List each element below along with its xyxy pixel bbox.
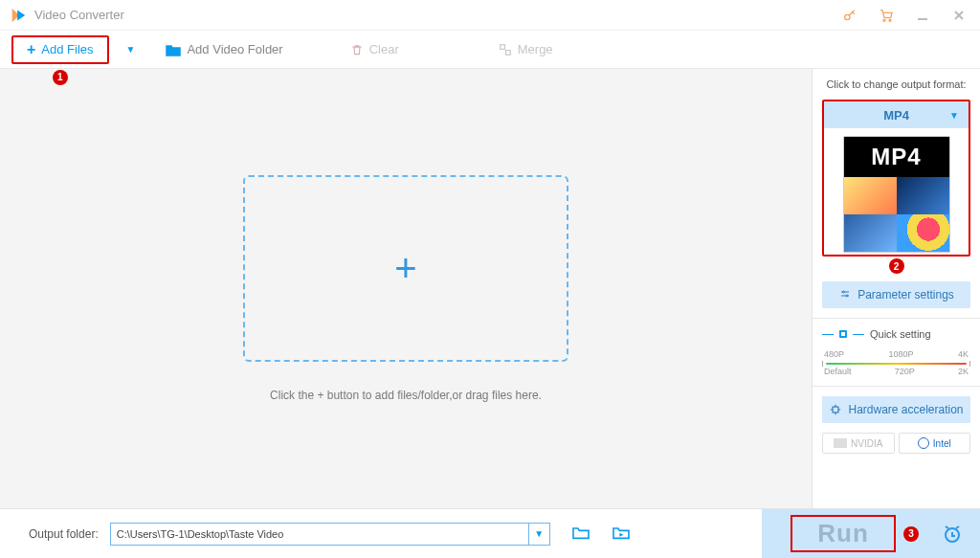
add-folder-label: Add Video Folder <box>187 42 282 56</box>
sliders-icon <box>838 289 852 301</box>
output-folder-label: Output folder: <box>29 527 99 541</box>
drop-canvas: + Click the + button to add files/folder… <box>0 69 812 508</box>
tick: 720P <box>895 367 915 376</box>
open-output-icon[interactable] <box>612 525 631 543</box>
quick-setting-label: Quick setting <box>870 328 931 340</box>
add-files-button[interactable]: + Add Files <box>11 35 109 64</box>
close-button[interactable] <box>947 4 970 27</box>
folder-dropdown[interactable]: ▼ <box>528 524 549 545</box>
clear-button[interactable]: Clear <box>341 35 409 64</box>
cart-icon[interactable] <box>875 4 898 27</box>
output-format-label: MP4 <box>883 108 909 123</box>
parameter-settings-label: Parameter settings <box>858 288 954 301</box>
svg-point-3 <box>883 19 885 21</box>
add-files-dropdown[interactable]: ▼ <box>126 44 136 55</box>
format-thumb-tag: MP4 <box>844 137 949 177</box>
chip-icon <box>829 403 842 416</box>
output-format-selector[interactable]: MP4 ▼ MP4 <box>822 100 970 257</box>
output-folder-input[interactable] <box>111 524 528 545</box>
svg-rect-15 <box>834 407 839 413</box>
add-folder-button[interactable]: Add Video Folder <box>156 35 292 64</box>
run-button[interactable]: Run 3 <box>762 509 924 559</box>
run-label: Run <box>817 519 869 547</box>
clear-label: Clear <box>369 42 399 56</box>
nvidia-icon <box>834 438 847 448</box>
toolbar: + Add Files 1 ▼ Add Video Folder Clear M… <box>0 31 980 69</box>
annotation-2: 2 <box>889 258 904 274</box>
trash-icon <box>350 43 364 56</box>
schedule-button[interactable] <box>924 509 980 559</box>
folder-video-icon <box>166 43 181 56</box>
intel-label: Intel <box>933 438 951 449</box>
merge-icon <box>499 43 512 56</box>
svg-rect-10 <box>505 50 510 55</box>
open-folder-button[interactable] <box>571 525 590 543</box>
key-icon[interactable] <box>838 4 861 27</box>
tick: 480P <box>824 349 844 359</box>
chevron-down-icon: ▼ <box>949 110 959 121</box>
tick: 4K <box>958 349 969 359</box>
minimize-button[interactable] <box>911 4 934 27</box>
quality-slider[interactable]: 480P 1080P 4K Default 720P 2K <box>822 349 970 376</box>
svg-rect-9 <box>501 44 505 49</box>
side-header: Click to change output format: <box>822 78 970 90</box>
tick: 2K <box>958 367 969 376</box>
dropzone[interactable]: + <box>243 175 568 362</box>
tick: 1080P <box>888 349 913 359</box>
big-plus-icon: + <box>394 247 416 290</box>
svg-point-4 <box>889 19 891 21</box>
titlebar: Video Converter <box>0 0 980 31</box>
svg-marker-16 <box>619 533 623 537</box>
annotation-3: 3 <box>903 526 919 542</box>
hardware-accel-label: Hardware acceleration <box>848 403 963 416</box>
parameter-settings-button[interactable]: Parameter settings <box>822 281 970 308</box>
merge-button[interactable]: Merge <box>489 35 563 64</box>
dropzone-hint: Click the + button to add files/folder,o… <box>270 389 542 402</box>
format-thumbnail: MP4 <box>843 136 950 253</box>
bottom-bar: Output folder: ▼ Run 3 <box>0 508 980 558</box>
nvidia-label: NVIDIA <box>851 438 882 449</box>
hardware-accel-button[interactable]: Hardware acceleration <box>822 396 970 423</box>
output-folder-field[interactable]: ▼ <box>110 523 550 546</box>
nvidia-chip: NVIDIA <box>822 433 895 454</box>
quick-setting-row: Quick setting <box>822 328 970 340</box>
app-logo <box>10 7 27 24</box>
tick: Default <box>824 367 852 376</box>
annotation-1: 1 <box>53 70 68 85</box>
side-panel: Click to change output format: MP4 ▼ MP4… <box>812 69 980 508</box>
merge-label: Merge <box>518 42 553 56</box>
main: + Click the + button to add files/folder… <box>0 69 980 508</box>
svg-point-12 <box>843 291 845 293</box>
add-files-label: Add Files <box>41 42 93 56</box>
intel-icon <box>918 437 929 449</box>
app-title: Video Converter <box>34 8 124 22</box>
intel-chip: Intel <box>899 433 971 454</box>
plus-icon: + <box>27 41 35 58</box>
svg-point-14 <box>846 295 848 297</box>
svg-marker-1 <box>17 10 25 20</box>
